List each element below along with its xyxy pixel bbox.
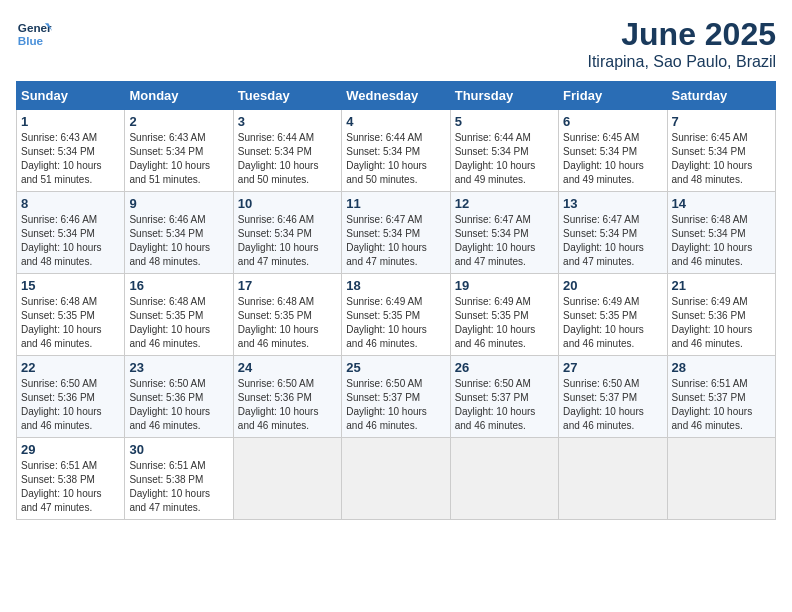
day-info: Sunrise: 6:43 AM Sunset: 5:34 PM Dayligh… xyxy=(21,131,120,187)
week-row-2: 8Sunrise: 6:46 AM Sunset: 5:34 PM Daylig… xyxy=(17,192,776,274)
day-info: Sunrise: 6:46 AM Sunset: 5:34 PM Dayligh… xyxy=(129,213,228,269)
calendar-cell: 17Sunrise: 6:48 AM Sunset: 5:35 PM Dayli… xyxy=(233,274,341,356)
day-info: Sunrise: 6:51 AM Sunset: 5:38 PM Dayligh… xyxy=(21,459,120,515)
day-info: Sunrise: 6:51 AM Sunset: 5:38 PM Dayligh… xyxy=(129,459,228,515)
day-header-friday: Friday xyxy=(559,82,667,110)
day-number: 19 xyxy=(455,278,554,293)
calendar-cell: 25Sunrise: 6:50 AM Sunset: 5:37 PM Dayli… xyxy=(342,356,450,438)
day-info: Sunrise: 6:44 AM Sunset: 5:34 PM Dayligh… xyxy=(238,131,337,187)
day-info: Sunrise: 6:49 AM Sunset: 5:35 PM Dayligh… xyxy=(455,295,554,351)
day-number: 9 xyxy=(129,196,228,211)
title-area: June 2025 Itirapina, Sao Paulo, Brazil xyxy=(587,16,776,71)
calendar-body: 1Sunrise: 6:43 AM Sunset: 5:34 PM Daylig… xyxy=(17,110,776,520)
calendar-cell: 14Sunrise: 6:48 AM Sunset: 5:34 PM Dayli… xyxy=(667,192,775,274)
calendar-cell: 21Sunrise: 6:49 AM Sunset: 5:36 PM Dayli… xyxy=(667,274,775,356)
day-info: Sunrise: 6:44 AM Sunset: 5:34 PM Dayligh… xyxy=(455,131,554,187)
calendar-cell: 22Sunrise: 6:50 AM Sunset: 5:36 PM Dayli… xyxy=(17,356,125,438)
calendar-cell: 5Sunrise: 6:44 AM Sunset: 5:34 PM Daylig… xyxy=(450,110,558,192)
day-number: 17 xyxy=(238,278,337,293)
calendar: SundayMondayTuesdayWednesdayThursdayFrid… xyxy=(16,81,776,520)
calendar-cell: 4Sunrise: 6:44 AM Sunset: 5:34 PM Daylig… xyxy=(342,110,450,192)
day-number: 30 xyxy=(129,442,228,457)
calendar-cell: 28Sunrise: 6:51 AM Sunset: 5:37 PM Dayli… xyxy=(667,356,775,438)
week-row-1: 1Sunrise: 6:43 AM Sunset: 5:34 PM Daylig… xyxy=(17,110,776,192)
calendar-cell xyxy=(667,438,775,520)
week-row-5: 29Sunrise: 6:51 AM Sunset: 5:38 PM Dayli… xyxy=(17,438,776,520)
calendar-cell: 13Sunrise: 6:47 AM Sunset: 5:34 PM Dayli… xyxy=(559,192,667,274)
day-info: Sunrise: 6:50 AM Sunset: 5:37 PM Dayligh… xyxy=(346,377,445,433)
day-info: Sunrise: 6:49 AM Sunset: 5:35 PM Dayligh… xyxy=(346,295,445,351)
day-number: 15 xyxy=(21,278,120,293)
day-number: 7 xyxy=(672,114,771,129)
header: General Blue June 2025 Itirapina, Sao Pa… xyxy=(16,16,776,71)
calendar-cell: 20Sunrise: 6:49 AM Sunset: 5:35 PM Dayli… xyxy=(559,274,667,356)
header-row: SundayMondayTuesdayWednesdayThursdayFrid… xyxy=(17,82,776,110)
day-number: 1 xyxy=(21,114,120,129)
day-info: Sunrise: 6:44 AM Sunset: 5:34 PM Dayligh… xyxy=(346,131,445,187)
day-info: Sunrise: 6:48 AM Sunset: 5:35 PM Dayligh… xyxy=(129,295,228,351)
calendar-cell: 16Sunrise: 6:48 AM Sunset: 5:35 PM Dayli… xyxy=(125,274,233,356)
day-number: 13 xyxy=(563,196,662,211)
calendar-cell: 1Sunrise: 6:43 AM Sunset: 5:34 PM Daylig… xyxy=(17,110,125,192)
day-number: 2 xyxy=(129,114,228,129)
calendar-cell xyxy=(342,438,450,520)
day-info: Sunrise: 6:45 AM Sunset: 5:34 PM Dayligh… xyxy=(672,131,771,187)
day-info: Sunrise: 6:48 AM Sunset: 5:35 PM Dayligh… xyxy=(21,295,120,351)
day-number: 3 xyxy=(238,114,337,129)
day-number: 11 xyxy=(346,196,445,211)
day-info: Sunrise: 6:46 AM Sunset: 5:34 PM Dayligh… xyxy=(21,213,120,269)
day-info: Sunrise: 6:51 AM Sunset: 5:37 PM Dayligh… xyxy=(672,377,771,433)
day-header-sunday: Sunday xyxy=(17,82,125,110)
svg-text:General: General xyxy=(18,21,52,34)
day-header-saturday: Saturday xyxy=(667,82,775,110)
calendar-cell xyxy=(233,438,341,520)
day-number: 20 xyxy=(563,278,662,293)
day-number: 23 xyxy=(129,360,228,375)
day-info: Sunrise: 6:47 AM Sunset: 5:34 PM Dayligh… xyxy=(563,213,662,269)
day-info: Sunrise: 6:45 AM Sunset: 5:34 PM Dayligh… xyxy=(563,131,662,187)
calendar-cell: 6Sunrise: 6:45 AM Sunset: 5:34 PM Daylig… xyxy=(559,110,667,192)
day-info: Sunrise: 6:47 AM Sunset: 5:34 PM Dayligh… xyxy=(455,213,554,269)
calendar-cell: 26Sunrise: 6:50 AM Sunset: 5:37 PM Dayli… xyxy=(450,356,558,438)
calendar-cell: 3Sunrise: 6:44 AM Sunset: 5:34 PM Daylig… xyxy=(233,110,341,192)
day-info: Sunrise: 6:47 AM Sunset: 5:34 PM Dayligh… xyxy=(346,213,445,269)
day-info: Sunrise: 6:48 AM Sunset: 5:35 PM Dayligh… xyxy=(238,295,337,351)
calendar-cell: 7Sunrise: 6:45 AM Sunset: 5:34 PM Daylig… xyxy=(667,110,775,192)
calendar-cell: 15Sunrise: 6:48 AM Sunset: 5:35 PM Dayli… xyxy=(17,274,125,356)
day-number: 6 xyxy=(563,114,662,129)
logo-icon: General Blue xyxy=(16,16,52,52)
day-number: 5 xyxy=(455,114,554,129)
subtitle: Itirapina, Sao Paulo, Brazil xyxy=(587,53,776,71)
day-number: 24 xyxy=(238,360,337,375)
day-number: 12 xyxy=(455,196,554,211)
day-number: 4 xyxy=(346,114,445,129)
day-header-tuesday: Tuesday xyxy=(233,82,341,110)
day-info: Sunrise: 6:50 AM Sunset: 5:37 PM Dayligh… xyxy=(563,377,662,433)
day-info: Sunrise: 6:48 AM Sunset: 5:34 PM Dayligh… xyxy=(672,213,771,269)
day-info: Sunrise: 6:50 AM Sunset: 5:37 PM Dayligh… xyxy=(455,377,554,433)
day-number: 21 xyxy=(672,278,771,293)
calendar-cell: 18Sunrise: 6:49 AM Sunset: 5:35 PM Dayli… xyxy=(342,274,450,356)
day-info: Sunrise: 6:50 AM Sunset: 5:36 PM Dayligh… xyxy=(21,377,120,433)
week-row-4: 22Sunrise: 6:50 AM Sunset: 5:36 PM Dayli… xyxy=(17,356,776,438)
calendar-cell: 2Sunrise: 6:43 AM Sunset: 5:34 PM Daylig… xyxy=(125,110,233,192)
day-info: Sunrise: 6:49 AM Sunset: 5:36 PM Dayligh… xyxy=(672,295,771,351)
calendar-cell: 30Sunrise: 6:51 AM Sunset: 5:38 PM Dayli… xyxy=(125,438,233,520)
day-number: 10 xyxy=(238,196,337,211)
day-number: 22 xyxy=(21,360,120,375)
day-number: 16 xyxy=(129,278,228,293)
day-header-wednesday: Wednesday xyxy=(342,82,450,110)
calendar-cell xyxy=(559,438,667,520)
day-number: 29 xyxy=(21,442,120,457)
calendar-header: SundayMondayTuesdayWednesdayThursdayFrid… xyxy=(17,82,776,110)
day-header-thursday: Thursday xyxy=(450,82,558,110)
calendar-cell: 29Sunrise: 6:51 AM Sunset: 5:38 PM Dayli… xyxy=(17,438,125,520)
main-title: June 2025 xyxy=(587,16,776,53)
calendar-cell: 9Sunrise: 6:46 AM Sunset: 5:34 PM Daylig… xyxy=(125,192,233,274)
day-number: 27 xyxy=(563,360,662,375)
calendar-cell: 19Sunrise: 6:49 AM Sunset: 5:35 PM Dayli… xyxy=(450,274,558,356)
day-info: Sunrise: 6:49 AM Sunset: 5:35 PM Dayligh… xyxy=(563,295,662,351)
day-number: 8 xyxy=(21,196,120,211)
day-header-monday: Monday xyxy=(125,82,233,110)
day-number: 28 xyxy=(672,360,771,375)
